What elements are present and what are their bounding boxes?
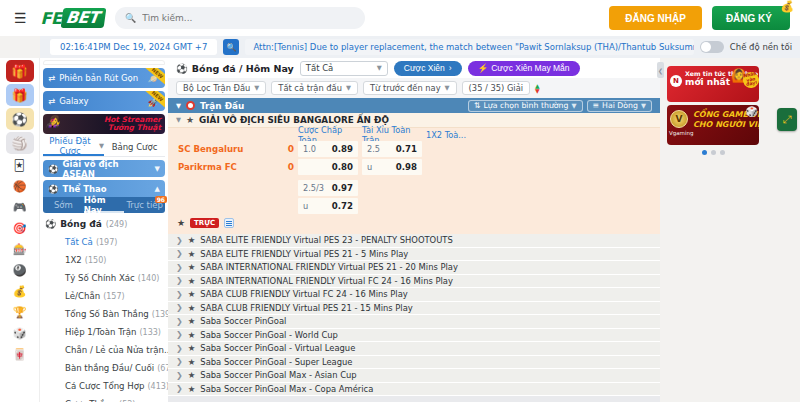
over-odds-cell[interactable]: 2.5 0.71 <box>362 141 422 157</box>
dark-mode-toggle[interactable] <box>700 41 724 53</box>
soccer-icon[interactable]: ⚽ <box>6 108 34 130</box>
virtual-league-row[interactable]: ❯ ★ Saba Soccer PinGoal Max - Copa Améri… <box>168 383 660 397</box>
all-matches-chip[interactable]: Tất cả trận đấu▼ <box>271 81 358 95</box>
vgaming-ad-banner[interactable]: V Vgaming CỔNG GAME VIỆT CHO NGƯỜI VIỆT … <box>667 105 759 145</box>
favorite-star-icon[interactable]: ★ <box>188 343 196 353</box>
bet-type-item[interactable]: 1X2 (150) <box>43 251 165 269</box>
handicap-odds-cell[interactable]: 1.0 0.89 <box>298 141 358 157</box>
esports-icon[interactable]: 🎮 <box>6 198 34 217</box>
dice-icon[interactable]: 🎲 <box>6 324 34 343</box>
match-filter-chip[interactable]: Bộ Lọc Trận Đấu▼ <box>176 81 266 95</box>
virtual-league-row[interactable]: ❯ ★ SABA ELITE FRIENDLY Virtual PES 23 -… <box>168 234 660 248</box>
hot-streamer-banner[interactable]: 👩‍🎤 Hot Streamer Tưởng Thuật <box>43 114 165 134</box>
virtual-league-row[interactable]: ❯ ★ SABA ELITE FRIENDLY Virtual PES 21 -… <box>168 248 660 262</box>
bet-type-item[interactable]: Cá Cược Tổng Hợp (413) <box>43 377 165 395</box>
favorite-star-icon[interactable]: ★ <box>186 115 194 125</box>
virtual-league-row[interactable]: ❯ ★ Saba Soccer PinGoal - Super League <box>168 356 660 370</box>
mahjong-icon[interactable]: 🀄 <box>6 345 34 364</box>
view-mode-button[interactable]: ⇅ Lựa chọn bình thường ▼ <box>468 100 583 112</box>
favorite-star-icon[interactable]: ★ <box>188 289 196 299</box>
bet-type-item[interactable]: Chẵn / Lẻ của Nửa trận... (129) <box>43 341 165 359</box>
time-range-chip[interactable]: Từ trước đến nay▼ <box>363 81 457 95</box>
sports-news-ad-banner[interactable]: N Xem tin tức thể thao mới nhất 🙆 Nhấn v… <box>667 66 759 102</box>
favorite-star-icon[interactable]: ★ <box>188 262 196 272</box>
bet-type-item[interactable]: Bàn thắng Đầu/ Cuối (67) <box>43 359 165 377</box>
virtual-league-row[interactable]: ❯ ★ Saba Soccer PinGoal - World Cup <box>168 329 660 343</box>
carousel-dot[interactable] <box>720 150 725 155</box>
collapse-chevron-icon[interactable]: ▼ <box>176 102 181 110</box>
under-odds-cell[interactable]: u 0.98 <box>362 159 422 175</box>
virtual-league-row[interactable]: ❯ ★ SABA INTERNATIONAL FRIENDLY Virtual … <box>168 261 660 275</box>
virtual-league-row[interactable]: ❯ ★ Saba Soccer PinGoal Max - Asian Cup <box>168 369 660 383</box>
time-tab[interactable]: Sớm <box>43 197 84 213</box>
home-team-name[interactable]: SC Bengaluru <box>168 144 272 154</box>
bet-type-item[interactable]: Hiệp 1/Toàn Trận (133) <box>43 323 165 341</box>
bet-type-item[interactable]: Lẻ/Chẵn (157) <box>43 287 165 305</box>
sport-football-row[interactable]: ⚽ Bóng đá (249) <box>43 215 165 233</box>
over-odds-cell-2[interactable]: 2.5/3 0.97 <box>298 180 358 196</box>
favorite-star-icon[interactable]: ★ <box>188 303 196 313</box>
bet-type-item[interactable]: Cược Thắng (52) <box>43 395 165 402</box>
basketball-icon[interactable]: 🏀 <box>6 177 34 196</box>
promo-gift-red-icon[interactable]: 🎁 <box>6 60 34 82</box>
bet-type-item[interactable]: Tổng Số Bàn Thắng (139) <box>43 305 165 323</box>
favorite-star-icon[interactable]: ★ <box>188 235 196 245</box>
register-button[interactable]: ĐĂNG KÝ 💰 <box>712 6 790 30</box>
promo-gift-blue-icon[interactable]: 🎁 <box>6 84 34 106</box>
slots-icon[interactable]: 🎰 <box>6 240 34 259</box>
bet-type-item[interactable]: Tất Cả (197) <box>43 233 165 251</box>
virtual-league-row[interactable]: ❯ ★ SABA INTERNATIONAL FRIENDLY Virtual … <box>168 275 660 289</box>
handicap-odds-cell[interactable]: 0.80 <box>298 159 358 175</box>
bet-type-item[interactable]: Tỷ Số Chính Xác (140) <box>43 269 165 287</box>
sort-icon[interactable]: ▲▼ <box>535 83 540 93</box>
favorite-star-icon[interactable]: ★ <box>188 316 196 326</box>
trophy-icon[interactable]: 🏆 <box>6 303 34 322</box>
hamburger-menu-icon[interactable]: ☰ <box>10 10 31 26</box>
line-mode-button[interactable]: ≡ Hai Dòng ▼ <box>587 100 653 112</box>
list-view-icon[interactable] <box>224 218 234 228</box>
tab-bet-board[interactable]: Bảng Cược <box>104 137 165 156</box>
dark-ball-icon[interactable]: 🏐 <box>6 132 34 154</box>
virtual-league-row[interactable]: ❯ ★ Saba Soccer PinGoal <box>168 315 660 329</box>
extra-odds-row: u 0.72 <box>168 198 660 214</box>
cards-icon[interactable]: 🃏 <box>6 156 34 175</box>
favorite-star-icon[interactable]: ★ <box>177 218 185 228</box>
darts-icon[interactable]: 🎯 <box>6 219 34 238</box>
time-tab[interactable]: Hôm Nay <box>84 197 125 213</box>
soccer-ball-icon: ⚽ <box>48 184 59 194</box>
favorite-star-icon[interactable]: ★ <box>188 330 196 340</box>
panel-collapse-handle[interactable]: ❮ <box>657 62 664 78</box>
virtual-league-list: ❯ ★ SABA ELITE FRIENDLY Virtual PES 23 -… <box>168 234 660 396</box>
parlay-button[interactable]: Cược Xiên › <box>394 61 462 76</box>
market-select[interactable]: Tất Cả ▼ <box>300 61 388 76</box>
favorite-star-icon[interactable]: ★ <box>188 276 196 286</box>
league-count-chip[interactable]: (35 / 35) Giải <box>462 81 530 95</box>
time-tab[interactable]: Trực tiếp 96 <box>124 197 165 213</box>
favorite-star-icon[interactable]: ★ <box>188 249 196 259</box>
carousel-dot[interactable] <box>711 150 716 155</box>
asean-league-section[interactable]: ⚽ Giải vô địch ASEAN ▼ <box>43 160 165 177</box>
virtual-league-row[interactable]: ❯ ★ Saba Soccer PinGoal - Virtual League <box>168 342 660 356</box>
favorite-star-icon[interactable]: ★ <box>188 370 196 380</box>
carousel-dot[interactable] <box>702 150 707 155</box>
lucky-parlay-button[interactable]: ⚡ Cược Xiên May Mắn <box>468 61 580 76</box>
fullscreen-expand-button[interactable]: ⤢ <box>777 108 797 131</box>
under-odds-cell-2[interactable]: u 0.72 <box>298 198 358 214</box>
galaxy-banner[interactable]: ⇄ Galaxy 🚀 NEW <box>43 91 165 111</box>
login-button[interactable]: ĐĂNG NHẬP <box>609 6 702 30</box>
virtual-league-row[interactable]: ❯ ★ SABA CLUB FRIENDLY Virtual FC 24 - 1… <box>168 288 660 302</box>
away-team-name[interactable]: Parikrma FC <box>168 162 272 172</box>
search-input[interactable] <box>142 13 355 23</box>
virtual-league-row[interactable]: ❯ ★ SABA CLUB FRIENDLY Virtual PES 21 - … <box>168 302 660 316</box>
announcement-search-button[interactable]: 🔍 <box>223 39 239 55</box>
favorite-star-icon[interactable]: ★ <box>188 384 196 394</box>
search-bar[interactable]: 🔍 <box>115 7 365 29</box>
febet-logo[interactable]: FE BET <box>41 8 105 28</box>
announcement-ticker[interactable]: Attn:[Tennis] Due to player replacement,… <box>245 39 693 55</box>
tab-bet-slip[interactable]: Phiếu Đặt Cược ▼ <box>43 137 104 156</box>
collapsed-panel-stub <box>43 60 165 65</box>
favorite-star-icon[interactable]: ★ <box>188 357 196 367</box>
compact-version-banner[interactable]: ⇄ Phiên bản Rút Gọn 🪐 NEW <box>43 68 165 88</box>
billiards-icon[interactable]: 🎱 <box>6 261 34 280</box>
coin-icon[interactable]: 💰 <box>6 282 34 301</box>
